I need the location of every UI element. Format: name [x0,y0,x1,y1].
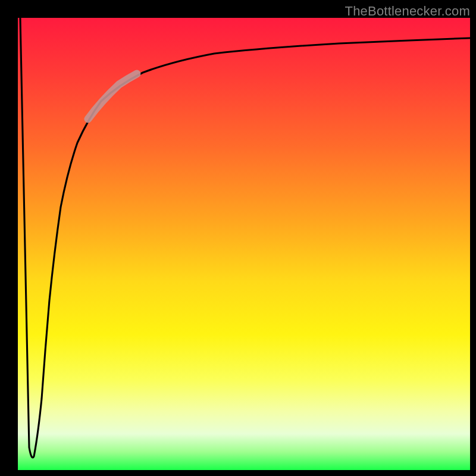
attribution-label: TheBottlenecker.com [345,4,470,19]
curve-highlight-segment [88,74,137,119]
plot-area [18,18,470,470]
chart-frame: TheBottlenecker.com [0,0,476,476]
bottleneck-curve [20,18,470,458]
bottleneck-curve-svg [18,18,470,470]
